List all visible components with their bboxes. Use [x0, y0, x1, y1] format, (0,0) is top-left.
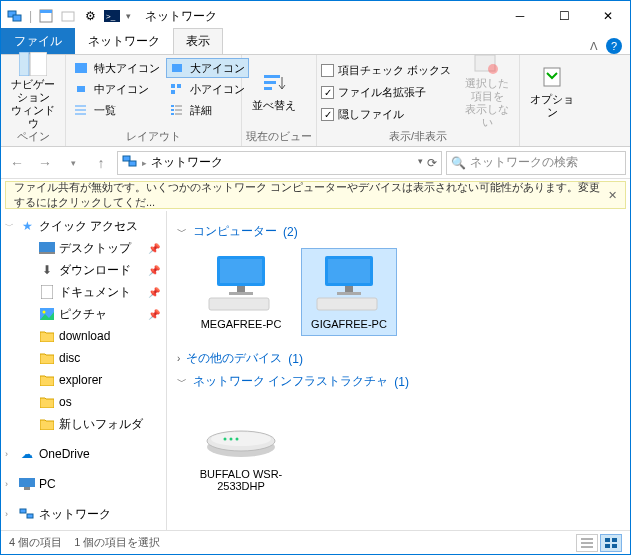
svg-rect-24	[264, 75, 280, 78]
tab-file[interactable]: ファイル	[1, 28, 75, 54]
pin-icon: 📌	[148, 287, 160, 298]
up-button[interactable]: ↑	[89, 151, 113, 175]
back-button[interactable]: ←	[5, 151, 29, 175]
item-label: BUFFALO WSR-2533DHP	[195, 468, 287, 492]
navigation-pane-icon	[17, 52, 49, 76]
svg-rect-61	[612, 538, 617, 542]
folder-icon	[39, 394, 55, 410]
checkbox-hidden[interactable]: ✓隠しファイル	[321, 104, 451, 124]
pictures-icon	[39, 306, 55, 322]
view-icons-button[interactable]	[600, 534, 622, 552]
nav-folder[interactable]: explorer	[1, 369, 166, 391]
network-device-item[interactable]: BUFFALO WSR-2533DHP	[193, 398, 289, 498]
nav-documents[interactable]: ドキュメント📌	[1, 281, 166, 303]
layout-list[interactable]: 一覧	[70, 100, 164, 120]
ribbon-group-layout: 特大アイコン 大アイコン 中アイコン 小アイコン 一覧 詳細 レイアウト	[66, 55, 242, 146]
checkbox-item-checkboxes[interactable]: 項目チェック ボックス	[321, 60, 451, 80]
network-computer-item[interactable]: GIGAFREE-PC	[301, 248, 397, 336]
navigation-pane-button[interactable]: ナビゲーション ウィンドウ	[5, 58, 61, 124]
ribbon-tabs: ファイル ネットワーク 表示 ᐱ ?	[1, 31, 630, 55]
sort-button[interactable]: 並べ替え	[246, 58, 302, 124]
close-button[interactable]: ✕	[586, 1, 630, 31]
qat-properties-icon[interactable]	[38, 8, 54, 24]
nav-folder[interactable]: 新しいフォルダ	[1, 413, 166, 435]
layout-small[interactable]: 小アイコン	[166, 79, 249, 99]
nav-folder[interactable]: os	[1, 391, 166, 413]
svg-rect-45	[209, 298, 269, 310]
chevron-down-icon: ﹀	[177, 225, 187, 239]
nav-pictures[interactable]: ピクチャ📌	[1, 303, 166, 325]
forward-button: →	[33, 151, 57, 175]
pin-icon: 📌	[148, 265, 160, 276]
svg-point-53	[211, 432, 271, 446]
svg-point-36	[43, 311, 46, 314]
svg-rect-7	[19, 52, 29, 76]
svg-rect-37	[19, 478, 35, 487]
pc-icon	[19, 476, 35, 492]
svg-rect-63	[612, 544, 617, 548]
info-bar-close[interactable]: ✕	[608, 189, 617, 202]
group-other-devices[interactable]: › その他のデバイス (1)	[177, 350, 620, 367]
tab-view[interactable]: 表示	[173, 28, 223, 54]
svg-rect-11	[77, 86, 85, 92]
search-box[interactable]: 🔍 ネットワークの検索	[446, 151, 626, 175]
layout-large[interactable]: 大アイコン	[166, 58, 249, 78]
view-details-button[interactable]	[576, 534, 598, 552]
svg-point-56	[236, 438, 239, 441]
options-icon	[536, 63, 568, 91]
gear-icon[interactable]: ⚙	[82, 8, 98, 24]
search-placeholder: ネットワークの検索	[470, 154, 578, 171]
nav-downloads[interactable]: ⬇ダウンロード📌	[1, 259, 166, 281]
help-icon[interactable]: ?	[606, 38, 622, 54]
ribbon-collapse-icon[interactable]: ᐱ	[590, 40, 598, 53]
network-computer-item[interactable]: MEGAFREE-PC	[193, 248, 289, 336]
nav-folder[interactable]: download	[1, 325, 166, 347]
group-computers[interactable]: ﹀ コンピューター (2)	[177, 223, 620, 240]
info-bar-text: ファイル共有が無効です。いくつかのネットワーク コンピューターやデバイスは表示さ…	[14, 180, 608, 210]
nav-desktop[interactable]: デスクトップ📌	[1, 237, 166, 259]
qat-new-folder-icon[interactable]	[60, 8, 76, 24]
layout-details[interactable]: 詳細	[166, 100, 249, 120]
tab-network[interactable]: ネットワーク	[75, 28, 173, 54]
documents-icon	[39, 284, 55, 300]
svg-rect-42	[220, 259, 262, 283]
folder-icon	[39, 328, 55, 344]
svg-rect-9	[75, 63, 87, 73]
group-infrastructure[interactable]: ﹀ ネットワーク インフラストラクチャ (1)	[177, 373, 620, 390]
nav-quick-access[interactable]: ﹀★クイック アクセス	[1, 215, 166, 237]
hide-selected-icon	[471, 53, 503, 75]
layout-medium[interactable]: 中アイコン	[70, 79, 164, 99]
svg-rect-62	[605, 544, 610, 548]
layout-extra-large[interactable]: 特大アイコン	[70, 58, 164, 78]
qat-dropdown-icon[interactable]: ▾	[126, 11, 131, 21]
computer-icon	[205, 254, 277, 314]
nav-onedrive[interactable]: ›☁OneDrive	[1, 443, 166, 465]
address-box[interactable]: ▸ ネットワーク ▾ ⟳	[117, 151, 442, 175]
nav-folder[interactable]: disc	[1, 347, 166, 369]
refresh-icon[interactable]: ⟳	[427, 156, 437, 170]
qat-console-icon[interactable]: >_	[104, 8, 120, 24]
network-location-icon	[122, 153, 138, 172]
nav-pc[interactable]: ›PC	[1, 473, 166, 495]
svg-rect-39	[20, 509, 26, 513]
info-bar[interactable]: ファイル共有が無効です。いくつかのネットワーク コンピューターやデバイスは表示さ…	[5, 181, 626, 209]
svg-rect-50	[317, 298, 377, 310]
qat-separator: |	[29, 9, 32, 23]
star-icon: ★	[19, 218, 35, 234]
svg-rect-32	[39, 242, 55, 252]
options-button[interactable]: オプション	[524, 58, 580, 124]
nav-network[interactable]: ›ネットワーク	[1, 503, 166, 525]
address-dropdown-icon[interactable]: ▾	[418, 156, 423, 170]
status-item-count: 4 個の項目	[9, 535, 62, 550]
minimize-button[interactable]: ─	[498, 1, 542, 31]
maximize-button[interactable]: ☐	[542, 1, 586, 31]
svg-rect-48	[345, 286, 353, 292]
svg-point-54	[224, 438, 227, 441]
checkbox-extensions[interactable]: ✓ファイル名拡張子	[321, 82, 451, 102]
svg-point-28	[488, 64, 498, 74]
svg-rect-12	[171, 84, 175, 88]
svg-rect-25	[264, 81, 276, 84]
pin-icon: 📌	[148, 309, 160, 320]
onedrive-icon: ☁	[19, 446, 35, 462]
recent-dropdown[interactable]: ▾	[61, 151, 85, 175]
